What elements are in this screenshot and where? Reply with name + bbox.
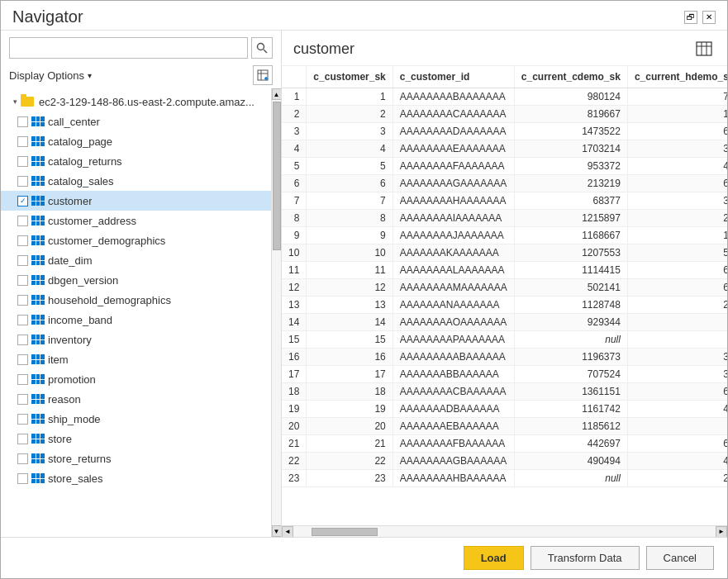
checkbox-store_returns[interactable] — [17, 453, 28, 464]
tree-label-inventory: inventory — [48, 334, 92, 346]
cell-c_current_cdemo_sk: 490494 — [514, 453, 627, 470]
tree-label-reason: reason — [48, 393, 81, 406]
cell-c_customer_id: AAAAAAAAIAAAAAAA — [393, 210, 514, 227]
scroll-up-arrow[interactable]: ▲ — [272, 88, 282, 100]
tree-item-store_sales[interactable]: store_sales — [1, 468, 271, 488]
cell-c_current_hdemo_sk: 30 — [627, 349, 727, 366]
tree-label-customer_demographics: customer_demographics — [48, 235, 165, 247]
tree-item-reason[interactable]: reason — [1, 389, 271, 409]
cell-c_current_cdemo_sk: 1161742 — [514, 401, 627, 418]
tree-item-date_dim[interactable]: date_dim — [1, 250, 271, 270]
load-button[interactable]: Load — [464, 546, 524, 570]
tree-item-income_band[interactable]: income_band — [1, 310, 271, 330]
search-button[interactable] — [251, 37, 273, 59]
cell-c_customer_id: AAAAAAAAFBAAAAAA — [393, 435, 514, 453]
scroll-down-arrow[interactable]: ▼ — [272, 525, 282, 537]
tree-item-household_demographics[interactable]: household_demographics — [1, 290, 271, 310]
table-icon-store — [31, 434, 45, 444]
checkbox-date_dim[interactable] — [17, 255, 28, 266]
cell-c_current_hdemo_sk: 65 — [627, 383, 727, 401]
tree-item-item[interactable]: item — [1, 349, 271, 369]
preview-icon-button[interactable] — [692, 37, 716, 60]
checkbox-customer[interactable] — [17, 196, 28, 206]
tree-item-customer[interactable]: customer — [1, 191, 271, 211]
display-options-button[interactable]: Display Options ▾ — [9, 69, 92, 82]
row-num: 6 — [282, 175, 307, 192]
cell-c_customer_sk: 13 — [307, 297, 393, 314]
tree-item-dbgen_version[interactable]: dbgen_version — [1, 270, 271, 290]
tree-item-inventory[interactable]: inventory — [1, 330, 271, 349]
restore-button[interactable]: 🗗 — [684, 11, 697, 24]
close-button[interactable]: ✕ — [702, 11, 716, 24]
cell-c_customer_sk: 3 — [307, 123, 393, 140]
table-row: 1414AAAAAAAAOAAAAAAA9293448 — [282, 314, 727, 331]
h-scroll-track — [295, 528, 714, 536]
checkbox-income_band[interactable] — [17, 315, 28, 325]
tree-item-store_returns[interactable]: store_returns — [1, 448, 271, 468]
checkbox-item[interactable] — [17, 354, 28, 365]
table-icon-catalog_returns — [31, 156, 45, 166]
right-panel: customer c_customer_skc_customer_idc_cur… — [282, 31, 727, 537]
tree-item-catalog_returns[interactable]: catalog_returns — [1, 151, 271, 171]
checkbox-ship_mode[interactable] — [17, 414, 28, 425]
cell-c_current_cdemo_sk: 953372 — [514, 158, 627, 175]
checkbox-store_sales[interactable] — [17, 473, 28, 484]
checkbox-store[interactable] — [17, 434, 28, 444]
tree-list[interactable]: ▾ ec2-3-129-148-86.us-east-2.compute.ama… — [1, 88, 271, 537]
table-row: 2222AAAAAAAAGBAAAAAA49049445 — [282, 453, 727, 470]
row-num: 21 — [282, 435, 307, 453]
table-icon-ship_mode — [31, 414, 45, 424]
checkbox-inventory[interactable] — [17, 335, 28, 345]
checkbox-customer_address[interactable] — [17, 216, 28, 226]
cell-c_customer_id: AAAAAAAKAAAAAAA — [393, 244, 514, 262]
tree-label-household_demographics: household_demographics — [48, 294, 171, 306]
checkbox-promotion[interactable] — [17, 374, 28, 385]
tree-item-ship_mode[interactable]: ship_mode — [1, 409, 271, 429]
cell-c_customer_id: AAAAAAAAOAAAAAAA — [393, 314, 514, 331]
cell-c_current_hdemo_sk: 62 — [627, 123, 727, 140]
tree-item-promotion[interactable]: promotion — [1, 369, 271, 389]
checkbox-catalog_returns[interactable] — [17, 156, 28, 167]
tree-area: ▾ ec2-3-129-148-86.us-east-2.compute.ama… — [1, 88, 281, 537]
checkbox-reason[interactable] — [17, 394, 28, 405]
cell-c_customer_id: AAAAAAAAFAAAAAAA — [393, 158, 514, 175]
checkbox-call_center[interactable] — [17, 116, 28, 127]
add-table-button[interactable] — [253, 65, 273, 85]
tree-item-catalog_sales[interactable]: catalog_sales — [1, 171, 271, 191]
cell-c_customer_sk: 8 — [307, 210, 393, 227]
h-scroll-thumb[interactable] — [312, 528, 378, 536]
navigator-dialog: Navigator 🗗 ✕ Display Option — [0, 0, 728, 579]
transform-data-button[interactable]: Transform Data — [531, 546, 640, 570]
root-label: ec2-3-129-148-86.us-east-2.compute.amaz.… — [39, 96, 255, 108]
scroll-thumb[interactable] — [273, 102, 281, 250]
cancel-button[interactable]: Cancel — [646, 546, 714, 570]
checkbox-catalog_sales[interactable] — [17, 176, 28, 187]
checkbox-dbgen_version[interactable] — [17, 275, 28, 286]
scroll-left-arrow[interactable]: ◄ — [282, 526, 293, 538]
data-table-wrapper[interactable]: c_customer_skc_customer_idc_current_cdem… — [282, 66, 727, 525]
cell-c_current_cdemo_sk: 1703214 — [514, 140, 627, 158]
table-icon-call_center — [31, 116, 45, 126]
checkbox-catalog_page[interactable] — [17, 136, 28, 147]
horizontal-scrollbar[interactable]: ◄ ► — [282, 525, 727, 537]
cell-c_current_cdemo_sk: 213219 — [514, 175, 627, 192]
cell-c_customer_sk: 4 — [307, 140, 393, 158]
tree-item-customer_demographics[interactable]: customer_demographics — [1, 230, 271, 250]
table-container: c_customer_skc_customer_idc_current_cdem… — [282, 66, 727, 525]
tree-item-call_center[interactable]: call_center — [1, 112, 271, 131]
search-input[interactable] — [9, 37, 248, 59]
tree-label-call_center: call_center — [48, 116, 100, 128]
cell-c_customer_sk: 23 — [307, 470, 393, 487]
tree-item-customer_address[interactable]: customer_address — [1, 211, 271, 230]
tree-item-catalog_page[interactable]: catalog_page — [1, 131, 271, 151]
cell-c_current_hdemo_sk: 14 — [627, 227, 727, 244]
cell-c_customer_sk: 22 — [307, 453, 393, 470]
cell-c_customer_sk: 1 — [307, 88, 393, 106]
vertical-scrollbar[interactable]: ▲ ▼ — [271, 88, 281, 537]
checkbox-household_demographics[interactable] — [17, 295, 28, 306]
scroll-right-arrow[interactable]: ► — [716, 526, 727, 538]
tree-item-store[interactable]: store — [1, 429, 271, 448]
table-row: 1111AAAAAAAALAAAAAAA111441568 — [282, 262, 727, 279]
tree-root-item[interactable]: ▾ ec2-3-129-148-86.us-east-2.compute.ama… — [1, 92, 271, 112]
checkbox-customer_demographics[interactable] — [17, 235, 28, 246]
